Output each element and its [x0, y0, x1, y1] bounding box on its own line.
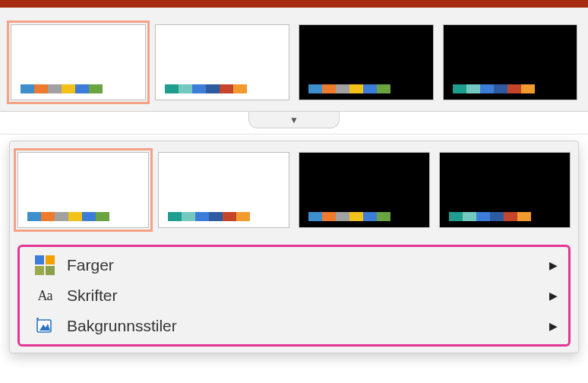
color-swatch	[336, 84, 349, 93]
theme-gallery-dropdown	[17, 152, 571, 239]
app-accent-bar	[0, 0, 588, 8]
theme-variant-thumb[interactable]	[299, 24, 434, 100]
color-swatch	[504, 212, 517, 221]
color-swatch	[192, 84, 206, 93]
theme-variant-thumb[interactable]	[439, 152, 571, 228]
theme-swatch-row	[453, 84, 535, 93]
color-swatch	[480, 84, 494, 93]
theme-swatch-row	[168, 212, 250, 221]
color-swatch	[377, 84, 390, 93]
fonts-menu-label: Skrifter	[67, 286, 118, 305]
theme-swatch-row	[449, 212, 531, 221]
color-swatch	[363, 212, 377, 221]
chevron-right-icon: ▶	[549, 290, 558, 302]
color-swatch	[220, 84, 233, 93]
theme-variant-thumb[interactable]	[299, 152, 430, 228]
color-swatch	[349, 84, 363, 93]
color-swatch	[236, 212, 250, 221]
fonts-icon: Aa	[33, 285, 56, 306]
color-swatch	[233, 84, 247, 93]
color-swatch	[453, 84, 466, 93]
theme-variant-thumb[interactable]	[443, 24, 578, 100]
theme-variant-thumb[interactable]	[155, 24, 290, 100]
colors-menu-label: Farger	[67, 256, 114, 274]
color-swatch	[206, 84, 220, 93]
color-swatch	[322, 84, 336, 93]
color-swatch	[27, 212, 41, 221]
color-swatch	[223, 212, 236, 221]
background-styles-menu-item[interactable]: Bakgrunnsstiler ▶	[20, 311, 568, 341]
colors-icon	[33, 255, 56, 276]
theme-swatch-row	[165, 84, 247, 93]
color-swatch	[363, 84, 377, 93]
theme-swatch-row	[308, 84, 390, 93]
color-swatch	[322, 212, 336, 221]
color-swatch	[521, 84, 535, 93]
color-swatch	[517, 212, 531, 221]
color-swatch	[308, 212, 322, 221]
color-swatch	[349, 212, 363, 221]
color-swatch	[182, 212, 195, 221]
color-swatch	[21, 84, 34, 93]
color-swatch	[490, 212, 504, 221]
color-swatch	[48, 84, 62, 93]
color-swatch	[41, 212, 55, 221]
color-swatch	[75, 84, 89, 93]
theme-swatch-row	[308, 212, 390, 221]
color-swatch	[336, 212, 349, 221]
color-swatch	[34, 84, 48, 93]
color-swatch	[55, 212, 68, 221]
chevron-right-icon: ▶	[549, 320, 558, 332]
theme-submenu-area: Farger ▶ Aa Skrifter ▶ Bakgrunnsstiler ▶	[17, 245, 571, 347]
background-icon	[33, 315, 56, 337]
color-swatch	[463, 212, 476, 221]
color-swatch	[168, 212, 182, 221]
theme-variant-thumb[interactable]	[158, 152, 289, 228]
color-swatch	[62, 84, 75, 93]
chevron-right-icon: ▶	[549, 259, 558, 271]
color-swatch	[476, 212, 490, 221]
theme-swatch-row	[21, 84, 103, 93]
color-swatch	[165, 84, 179, 93]
color-swatch	[494, 84, 507, 93]
colors-menu-item[interactable]: Farger ▶	[20, 250, 568, 280]
color-swatch	[96, 212, 109, 221]
color-swatch	[179, 84, 192, 93]
theme-gallery-top	[0, 8, 588, 112]
color-swatch	[89, 84, 103, 93]
theme-swatch-row	[27, 212, 109, 221]
background-styles-menu-label: Bakgrunnsstiler	[67, 317, 177, 335]
theme-expander-button[interactable]: ▼	[248, 112, 340, 128]
color-swatch	[507, 84, 521, 93]
color-swatch	[82, 212, 96, 221]
theme-variant-thumb[interactable]	[11, 24, 146, 100]
color-swatch	[68, 212, 82, 221]
color-swatch	[377, 212, 390, 221]
chevron-down-icon: ▼	[289, 115, 299, 125]
theme-variant-thumb[interactable]	[17, 152, 149, 228]
theme-dropdown-panel: Farger ▶ Aa Skrifter ▶ Bakgrunnsstiler ▶	[9, 141, 579, 353]
color-swatch	[209, 212, 223, 221]
color-swatch	[449, 212, 463, 221]
color-swatch	[308, 84, 322, 93]
theme-expander-strip: ▼	[0, 112, 588, 135]
color-swatch	[195, 212, 209, 221]
color-swatch	[466, 84, 480, 93]
fonts-menu-item[interactable]: Aa Skrifter ▶	[20, 280, 568, 311]
